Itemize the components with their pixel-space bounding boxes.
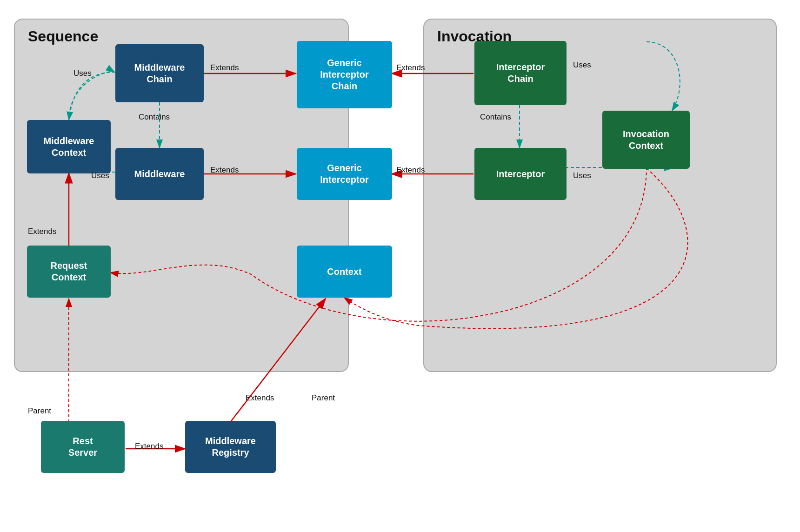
label-uses-mwchain: Uses <box>73 69 92 78</box>
label-extends-rc-mwc: Extends <box>28 227 56 236</box>
label-uses-ic2: Uses <box>573 171 591 180</box>
request-context-box: RequestContext <box>27 246 111 298</box>
generic-interceptor-chain-box: GenericInterceptorChain <box>297 41 392 108</box>
generic-interceptor-box: GenericInterceptor <box>297 148 392 200</box>
rest-server-box: RestServer <box>41 421 125 473</box>
label-contains-ic: Contains <box>480 113 511 122</box>
label-extends-ic-gic: Extends <box>396 63 425 73</box>
middleware-registry-box: MiddlewareRegistry <box>185 421 276 473</box>
middleware-box: Middleware <box>115 148 204 200</box>
middleware-context-box: MiddlewareContext <box>27 120 111 173</box>
label-extends-mwr-ctx: Extends <box>246 393 274 403</box>
label-contains-mwchain: Contains <box>139 113 170 122</box>
label-parent-rs: Parent <box>28 406 51 416</box>
middleware-chain-box: MiddlewareChain <box>115 44 204 102</box>
context-box: Context <box>297 246 392 298</box>
invocation-context-box: InvocationContext <box>602 111 690 169</box>
interceptor-chain-box: InterceptorChain <box>474 41 567 105</box>
label-extends-i-gi: Extends <box>396 166 425 175</box>
sequence-panel-title: Sequence <box>28 28 98 45</box>
label-extends-rs-mwr: Extends <box>135 442 163 451</box>
label-extends-mwchain-gic: Extends <box>210 63 239 73</box>
label-uses-mw: Uses <box>91 171 109 180</box>
label-parent-ctx: Parent <box>312 393 335 403</box>
label-extends-mw-gi: Extends <box>210 166 239 175</box>
diagram-container: Sequence Invocation <box>0 0 800 532</box>
label-uses-ic: Uses <box>573 60 591 70</box>
interceptor-box: Interceptor <box>474 148 567 200</box>
